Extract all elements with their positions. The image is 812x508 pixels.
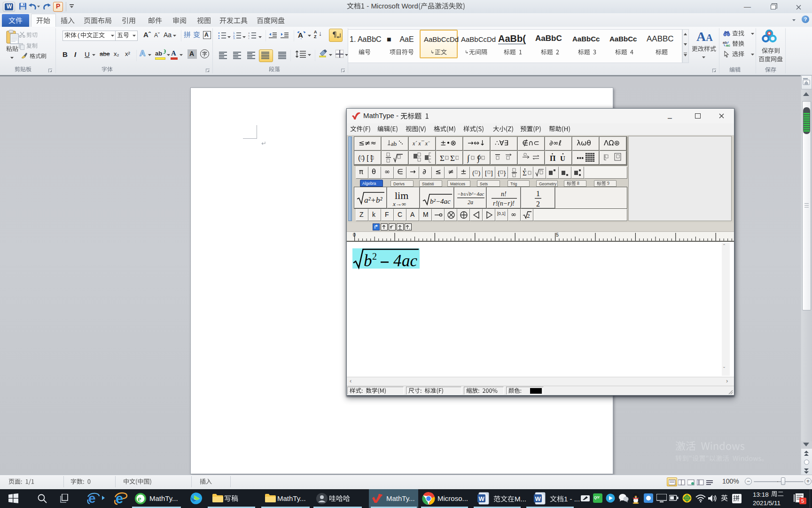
- svg-text:[: [: [485, 169, 487, 176]
- svg-text:e: e: [116, 492, 123, 505]
- svg-text:ac: ac: [726, 43, 730, 47]
- svg-text:}: }: [504, 169, 506, 176]
- svg-text:e: e: [138, 494, 141, 503]
- svg-text:x→∞: x→∞: [392, 200, 406, 207]
- svg-text:W: W: [535, 495, 541, 502]
- svg-text:W: W: [479, 495, 485, 502]
- svg-text:( ) [ ]: ( ) [ ]: [358, 154, 373, 162]
- svg-text:Σ: Σ: [450, 154, 455, 163]
- svg-text:4: 4: [393, 252, 402, 270]
- svg-text:n!: n!: [501, 190, 507, 198]
- svg-text:ab: ab: [391, 140, 397, 147]
- svg-text:x´ x¯ x¨: x´ x¯ x¨: [413, 140, 430, 147]
- svg-text:): ): [478, 169, 480, 176]
- svg-text:]: ]: [491, 169, 493, 176]
- svg-text:Σ: Σ: [440, 154, 445, 163]
- svg-text:0: 0: [353, 232, 356, 238]
- svg-text:2: 2: [527, 212, 530, 219]
- svg-text:lim: lim: [395, 190, 408, 201]
- svg-text:5: 5: [556, 232, 559, 238]
- svg-text:c: c: [248, 37, 250, 40]
- svg-text:2: 2: [372, 251, 377, 262]
- svg-text:Σ: Σ: [523, 169, 527, 177]
- svg-text:2: 2: [536, 200, 540, 208]
- svg-text:b²−4ac: b²−4ac: [430, 198, 451, 205]
- svg-text:{: {: [498, 169, 500, 176]
- svg-text:U: U: [560, 155, 565, 162]
- svg-text:Π: Π: [550, 154, 556, 162]
- svg-text:ac: ac: [402, 252, 418, 270]
- svg-text:(: (: [472, 169, 475, 176]
- svg-text:r!(n−r)!: r!(n−r)!: [493, 200, 515, 207]
- svg-text:2a: 2a: [468, 199, 473, 206]
- svg-text:a²+b²: a²+b²: [364, 196, 383, 205]
- svg-text:−b±√b²−4ac: −b±√b²−4ac: [457, 191, 484, 197]
- svg-text:●: ●: [218, 37, 220, 40]
- svg-text:b: b: [364, 252, 372, 270]
- svg-text:∫: ∫: [467, 153, 470, 163]
- svg-text:1: 1: [536, 190, 540, 198]
- svg-text:3.: 3.: [233, 37, 235, 40]
